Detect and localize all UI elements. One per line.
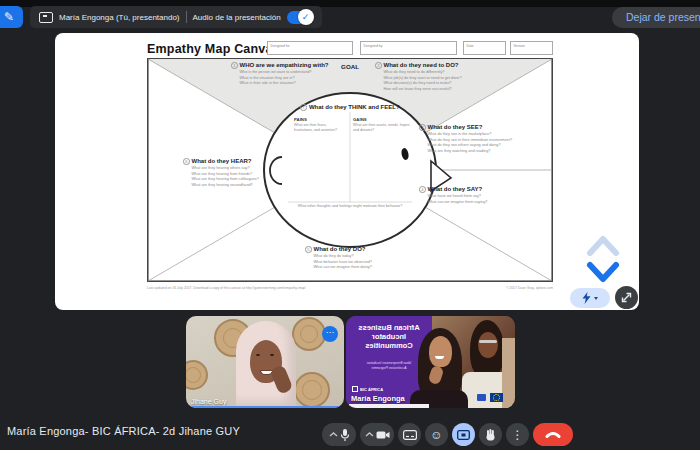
raise-hand-icon bbox=[485, 429, 496, 441]
section-hint-line: What are they watching and reading? bbox=[428, 149, 513, 155]
meeting-title: María Engonga- BIC ÁFRICA- 2d Jihane GUY bbox=[7, 425, 240, 437]
empathy-section-do: 5What do they DO? What do they do today?… bbox=[305, 246, 372, 271]
participant-eye bbox=[270, 354, 274, 356]
chip-divider bbox=[186, 11, 187, 23]
emoji-icon: ☺ bbox=[430, 429, 442, 441]
present-screen-icon bbox=[457, 430, 470, 440]
tile-more-options-button[interactable]: ⋯ bbox=[322, 326, 338, 342]
footer-credit-right: © 2017 Dave Gray, xplane.com bbox=[506, 286, 553, 290]
call-controls: ☺ ⋮ bbox=[322, 423, 573, 446]
end-call-button[interactable] bbox=[533, 423, 573, 446]
next-slide-chevron-icon[interactable] bbox=[590, 265, 616, 279]
goal-label: GOAL bbox=[333, 63, 367, 70]
diagonal-arrows-icon bbox=[619, 290, 634, 305]
presentation-audio-toggle[interactable]: ✓ bbox=[287, 11, 313, 24]
section-hint-line: What is their role in the situation? bbox=[240, 81, 329, 87]
section-number: 6 bbox=[183, 158, 190, 165]
camera-button[interactable] bbox=[360, 423, 394, 446]
presentation-area: Empathy Map Canvas Designed for Designed… bbox=[55, 33, 639, 310]
section-number: 5 bbox=[305, 246, 312, 253]
empathy-section-say: 4What do they SAY? What have we heard th… bbox=[419, 186, 487, 205]
empathy-section-need-to-do: 2What do they need to DO? What do they n… bbox=[375, 62, 462, 92]
gains-block: GAINS What are their wants, needs, hopes… bbox=[353, 117, 411, 133]
chevron-up-icon bbox=[329, 432, 338, 437]
captions-button[interactable] bbox=[398, 423, 421, 446]
field-designed-by: Designed by bbox=[360, 41, 457, 55]
eu-flag bbox=[490, 393, 503, 402]
present-screen-button[interactable] bbox=[452, 423, 475, 446]
wood-slice-decor bbox=[292, 317, 326, 351]
canvas-title: Empathy Map Canvas bbox=[147, 42, 280, 56]
participant-name-label: Jihane Guy bbox=[191, 398, 226, 405]
section-number: 2 bbox=[375, 62, 382, 69]
slide-navigation bbox=[586, 234, 620, 286]
annotate-button[interactable]: ✎ bbox=[0, 6, 23, 28]
think-feel-bottom-note: What other thoughts and feelings might m… bbox=[253, 204, 447, 208]
wood-slice-decor bbox=[294, 372, 330, 408]
footer-credit-left: Last updated on 16 July 2017. Download a… bbox=[147, 286, 306, 290]
section-hint-line: How will we know they were successful? bbox=[384, 87, 462, 93]
field-date: Date bbox=[463, 41, 506, 55]
chevron-up-icon bbox=[365, 432, 374, 437]
presentation-tools-button[interactable] bbox=[570, 288, 610, 308]
video-tile-maria[interactable]: African Business Incubator Communities I… bbox=[346, 316, 515, 408]
bolt-icon bbox=[582, 292, 591, 304]
section-number: 7 bbox=[300, 104, 307, 111]
camera-icon bbox=[376, 430, 390, 440]
section-hint-line: What decision(s) do they need to make? bbox=[384, 81, 462, 87]
section-number: 1 bbox=[231, 62, 238, 69]
section-hint-line: What are they hearing others say? bbox=[192, 166, 259, 172]
participant-maria-face bbox=[429, 336, 452, 367]
glasses bbox=[479, 340, 497, 343]
microphone-button[interactable] bbox=[322, 423, 356, 446]
chevron-down-icon bbox=[594, 297, 598, 300]
field-designed-for: Designed for bbox=[267, 41, 353, 55]
section-hint-line: What have we heard them say? bbox=[428, 194, 488, 200]
small-logo bbox=[477, 394, 486, 401]
pen-icon: ✎ bbox=[4, 10, 14, 24]
canvas-footer: Last updated on 16 July 2017. Download a… bbox=[147, 286, 553, 290]
participant-name-label: María Engonga bbox=[351, 394, 405, 403]
stop-presenting-button[interactable]: Dejar de presentar bbox=[612, 7, 700, 28]
video-tile-jihane[interactable]: ⋯ Jihane Guy bbox=[186, 316, 344, 408]
end-call-icon bbox=[545, 430, 561, 439]
empathy-section-think-feel: 7What do they THINK and FEEL? bbox=[280, 104, 420, 111]
ellipsis-icon: ⋯ bbox=[326, 328, 335, 337]
reactions-button[interactable]: ☺ bbox=[425, 423, 448, 446]
section-hint-line: What are they hearing secondhand? bbox=[192, 183, 259, 189]
speaking-indicator bbox=[186, 406, 344, 409]
logo-mark bbox=[352, 386, 358, 392]
presentation-audio-label: Audio de la presentación bbox=[193, 13, 281, 22]
empathy-map: 1WHO are we empathizing with? Who is the… bbox=[147, 58, 553, 282]
backdrop-title-mirrored: African Business Incubator Communities bbox=[354, 323, 424, 350]
microphone-icon bbox=[340, 428, 350, 442]
present-screen-icon bbox=[39, 12, 53, 23]
pains-block: PAINS What are their fears, frustrations… bbox=[294, 117, 346, 133]
presenter-label: María Engonga (Tú, presentando) bbox=[59, 13, 180, 22]
section-number: 4 bbox=[419, 186, 426, 193]
banner-base bbox=[349, 404, 429, 408]
wood-slice-decor bbox=[186, 360, 208, 390]
person-edge bbox=[502, 338, 515, 408]
more-options-button[interactable]: ⋮ bbox=[506, 423, 529, 446]
section-hint-line: What are they hearing from colleagues? bbox=[192, 177, 259, 183]
pan-tool-button[interactable] bbox=[615, 286, 638, 309]
captions-icon bbox=[403, 430, 417, 440]
empathy-section-hear: 6What do they HEAR? What are they hearin… bbox=[183, 158, 259, 188]
field-version: Version bbox=[510, 41, 553, 55]
section-hint-line: What can we imagine them doing? bbox=[314, 265, 372, 271]
bic-africa-logo: BIC ÁFRICA bbox=[352, 386, 383, 392]
person-behind-face bbox=[478, 332, 498, 358]
meet-window: ✎ María Engonga (Tú, presentando) Audio … bbox=[0, 0, 700, 450]
participant-eye bbox=[256, 354, 260, 356]
presenting-chip[interactable]: María Engonga (Tú, presentando) Audio de… bbox=[30, 6, 322, 28]
empathy-section-who: 1WHO are we empathizing with? Who is the… bbox=[231, 62, 329, 87]
section-hint-line: What do they see others saying and doing… bbox=[428, 143, 513, 149]
raise-hand-button[interactable] bbox=[479, 423, 502, 446]
previous-slide-chevron-icon[interactable] bbox=[590, 239, 616, 253]
section-number: 3 bbox=[419, 124, 426, 131]
backdrop-subtitle-mirrored: Ideas Entrepreneurs Incubation Accelerat… bbox=[352, 361, 426, 371]
toggle-check-icon: ✓ bbox=[298, 9, 314, 25]
vertical-dots-icon: ⋮ bbox=[512, 429, 524, 441]
empathy-section-see: 3What do they SEE? What do they see in t… bbox=[419, 124, 512, 154]
